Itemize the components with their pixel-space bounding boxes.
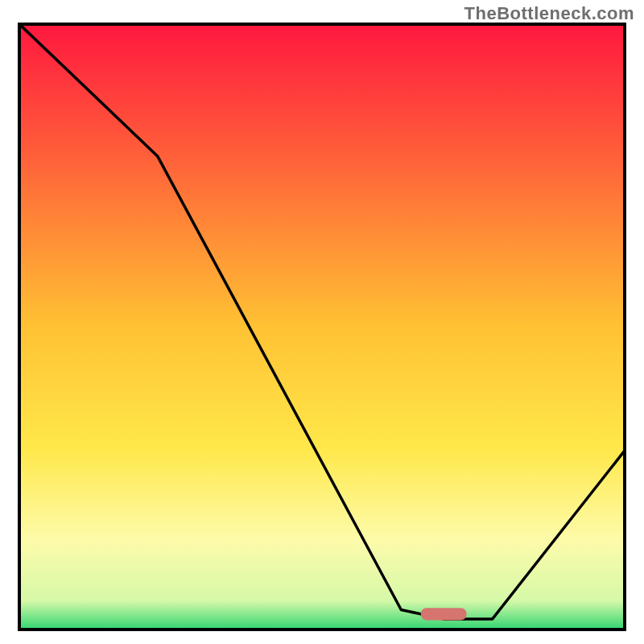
gradient-background xyxy=(18,23,626,631)
optimum-marker xyxy=(421,608,467,620)
bottleneck-chart xyxy=(18,23,626,631)
watermark-text: TheBottleneck.com xyxy=(464,3,634,24)
